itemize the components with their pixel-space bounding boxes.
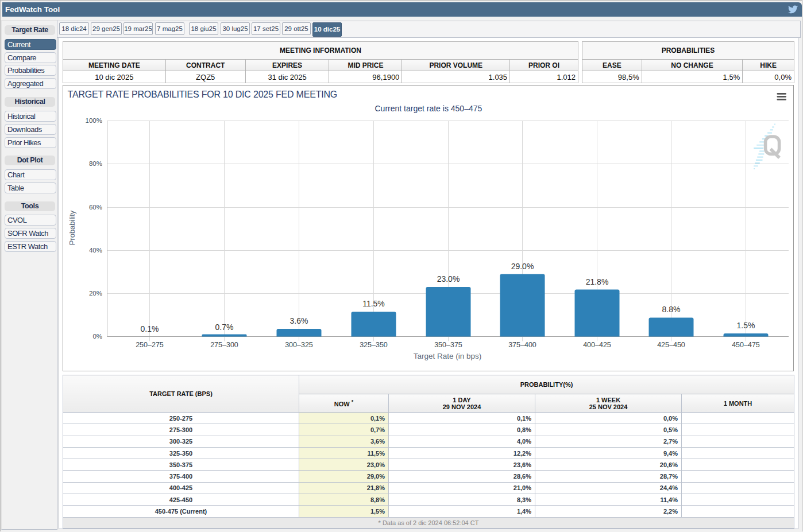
svg-text:0.7%: 0.7%	[215, 323, 234, 332]
svg-text:250–275: 250–275	[136, 341, 164, 349]
svg-text:8.8%: 8.8%	[662, 305, 681, 314]
svg-text:29.0%: 29.0%	[511, 262, 534, 271]
svg-text:375–400: 375–400	[508, 341, 536, 349]
svg-text:3.6%: 3.6%	[290, 316, 308, 325]
svg-text:425–450: 425–450	[657, 341, 685, 349]
svg-text:300–325: 300–325	[285, 341, 313, 349]
svg-text:11.5%: 11.5%	[362, 299, 385, 308]
svg-text:400–425: 400–425	[583, 341, 611, 349]
svg-text:325–350: 325–350	[360, 341, 388, 349]
svg-text:Probability: Probability	[68, 210, 76, 245]
svg-text:0.1%: 0.1%	[141, 324, 159, 333]
svg-text:Target Rate (in bps): Target Rate (in bps)	[414, 352, 482, 360]
svg-text:40%: 40%	[89, 247, 102, 254]
svg-text:Current target rate is 450–475: Current target rate is 450–475	[375, 104, 482, 113]
svg-text:100%: 100%	[86, 117, 102, 124]
svg-text:350–375: 350–375	[434, 341, 462, 349]
svg-text:20%: 20%	[89, 290, 102, 297]
svg-text:1.5%: 1.5%	[737, 321, 755, 330]
svg-text:21.8%: 21.8%	[586, 277, 609, 286]
svg-text:450–475: 450–475	[732, 341, 760, 349]
svg-text:0%: 0%	[92, 333, 102, 340]
svg-text:275–300: 275–300	[210, 341, 238, 349]
svg-text:23.0%: 23.0%	[437, 274, 460, 284]
svg-text:60%: 60%	[89, 204, 102, 211]
svg-text:TARGET RATE PROBABILITIES FOR: TARGET RATE PROBABILITIES FOR 10 DIC 202…	[68, 90, 338, 99]
svg-text:80%: 80%	[89, 160, 102, 167]
